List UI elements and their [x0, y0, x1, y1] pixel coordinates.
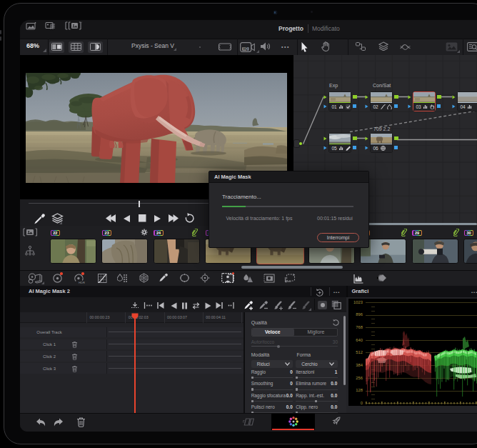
svg-text:HQ: HQ: [243, 47, 248, 51]
svg-text:HDR: HDR: [79, 280, 85, 284]
